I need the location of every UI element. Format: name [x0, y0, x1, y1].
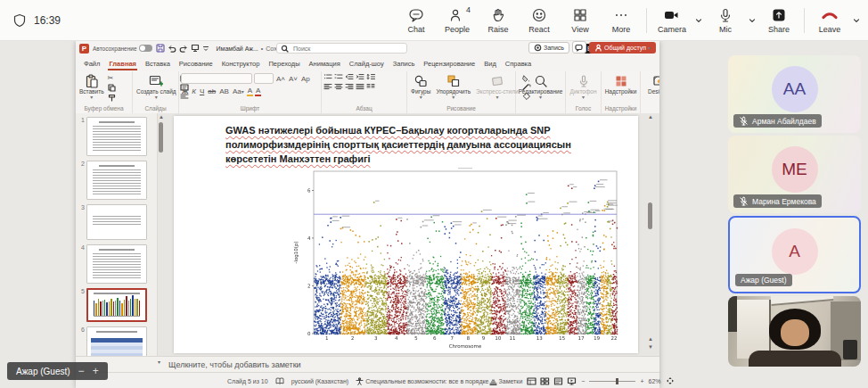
- slide-canvas[interactable]: GWAS нәтижелері бойынша КҮРЕС–Бақылау ко…: [174, 116, 638, 353]
- tab-4[interactable]: Конструктор: [217, 58, 265, 70]
- save-icon[interactable]: [156, 44, 165, 53]
- zoom-slider-thumb[interactable]: [616, 378, 618, 384]
- increase-indent-button[interactable]: [356, 73, 364, 80]
- tab-7[interactable]: Слайд-шоу: [345, 58, 389, 70]
- spellcheck-icon[interactable]: [275, 377, 284, 384]
- meet-people-button[interactable]: 4People: [437, 2, 478, 39]
- shrink-font-button[interactable]: А˅: [288, 75, 299, 83]
- tab-2[interactable]: Вставка: [141, 58, 175, 70]
- meet-view-button[interactable]: View: [560, 2, 601, 39]
- numbered-list-button[interactable]: [334, 73, 343, 80]
- search-input[interactable]: [291, 45, 403, 53]
- expand-thumbnails-button[interactable]: +: [93, 366, 99, 376]
- comments-button[interactable]: [572, 41, 586, 54]
- meet-share-button[interactable]: Share: [758, 2, 799, 39]
- slide-thumbnail-2[interactable]: 2: [78, 161, 157, 200]
- meet-leave-button[interactable]: Leave: [809, 2, 850, 39]
- meet-raise-button[interactable]: Raise: [478, 2, 519, 39]
- share-access-button[interactable]: Общий доступ▾: [589, 42, 656, 54]
- tab-10[interactable]: Вид: [479, 58, 501, 70]
- paste-button[interactable]: Вставить▾: [78, 73, 106, 102]
- editing-button[interactable]: Редактирование▾: [517, 73, 565, 102]
- tab-3[interactable]: Рисование: [175, 58, 217, 70]
- record-button[interactable]: Запись: [528, 42, 569, 54]
- redo-icon[interactable]: [179, 44, 188, 53]
- slideshow-view-button[interactable]: [567, 377, 577, 385]
- slide-thumbnail-1[interactable]: 1: [78, 117, 157, 156]
- fit-to-window-button[interactable]: [666, 376, 675, 385]
- toggle-off-icon[interactable]: [139, 45, 152, 52]
- italic-button[interactable]: К: [191, 87, 197, 95]
- meet-react-button[interactable]: React: [519, 2, 560, 39]
- chevron-down-icon[interactable]: [850, 16, 863, 25]
- security-shield-icon[interactable]: [12, 13, 27, 28]
- zoom-out-button[interactable]: −: [581, 378, 585, 384]
- quick-styles-button[interactable]: Экспресс-стили▾: [474, 73, 520, 102]
- font-size-select[interactable]: [254, 73, 274, 84]
- justify-button[interactable]: [356, 83, 364, 90]
- chevron-down-icon[interactable]: [692, 16, 705, 25]
- slide-thumbnail-3[interactable]: 3: [78, 204, 157, 240]
- align-left-button[interactable]: [323, 83, 332, 90]
- meet-mic-button[interactable]: Mic: [705, 2, 746, 39]
- font-color-button[interactable]: А: [255, 87, 261, 96]
- bold-button[interactable]: Ж: [181, 87, 189, 95]
- slide-thumbnail-6[interactable]: 6: [78, 326, 157, 356]
- slide-thumbnail-5[interactable]: 5: [78, 288, 157, 322]
- line-spacing-button[interactable]: [366, 73, 375, 80]
- notes-splitter-icon[interactable]: ▾: [158, 359, 160, 365]
- tab-file[interactable]: Файл: [79, 58, 104, 70]
- dictate-button[interactable]: Диктофон▾: [568, 73, 598, 102]
- grow-font-button[interactable]: А˄: [275, 75, 286, 83]
- chevron-down-icon[interactable]: [746, 16, 758, 25]
- columns-button[interactable]: [366, 83, 375, 90]
- zoom-level-button[interactable]: 62%: [648, 378, 660, 384]
- autosave-toggle[interactable]: Автосохранение: [93, 45, 152, 52]
- participant-tile-2[interactable]: MEМарина Ермекова: [728, 136, 861, 213]
- clear-format-button[interactable]: Ар: [300, 75, 311, 83]
- scroll-up-icon[interactable]: ▲: [647, 114, 654, 120]
- participant-tile-3[interactable]: AАжар (Guest): [728, 216, 861, 293]
- addins-button[interactable]: Надстройки: [603, 73, 639, 95]
- slide-sorter-view-button[interactable]: [540, 377, 550, 385]
- strikethrough-button[interactable]: ab: [207, 87, 217, 95]
- highlight-color-button[interactable]: А: [247, 87, 253, 96]
- copy-button[interactable]: [108, 84, 116, 92]
- search-box[interactable]: [276, 43, 407, 54]
- next-slide-icon[interactable]: ▼: [647, 344, 654, 350]
- zoom-slider[interactable]: [589, 381, 635, 382]
- designer-button[interactable]: Designer: [646, 73, 659, 95]
- change-case-button[interactable]: Aa▾: [232, 87, 245, 95]
- tab-11[interactable]: Справка: [501, 58, 536, 70]
- start-slideshow-icon[interactable]: [191, 44, 200, 53]
- new-slide-button[interactable]: Создать слайд▾: [135, 73, 178, 102]
- arrange-button[interactable]: Упорядочить▾: [434, 73, 472, 102]
- customize-qat-icon[interactable]: [202, 45, 209, 52]
- normal-view-button[interactable]: [527, 377, 536, 385]
- tab-5[interactable]: Переходы: [264, 58, 304, 70]
- char-spacing-button[interactable]: АВ: [218, 87, 230, 95]
- slide-thumbnail-4[interactable]: 4: [78, 244, 157, 284]
- meet-more-button[interactable]: More: [601, 2, 642, 39]
- meet-chat-button[interactable]: Chat: [396, 2, 437, 39]
- language-button[interactable]: русский (Казахстан): [291, 378, 349, 384]
- zoom-in-button[interactable]: +: [640, 378, 643, 384]
- tab-9[interactable]: Рецензирование: [419, 58, 479, 70]
- slide-title[interactable]: GWAS нәтижелері бойынша КҮРЕС–Бақылау ко…: [174, 116, 638, 167]
- previous-slide-icon[interactable]: ▲: [647, 336, 654, 342]
- webcam-video[interactable]: [728, 296, 861, 367]
- tab-6[interactable]: Анимация: [305, 58, 345, 70]
- align-right-button[interactable]: [345, 83, 354, 90]
- notes-placeholder[interactable]: Щелкните, чтобы добавить заметки: [168, 360, 301, 369]
- bullet-list-button[interactable]: [323, 73, 332, 80]
- align-center-button[interactable]: [334, 83, 343, 90]
- slide-scrollbar[interactable]: ▲ ▲ ▼: [647, 113, 654, 356]
- decrease-indent-button[interactable]: [345, 73, 354, 80]
- reading-view-button[interactable]: [553, 377, 563, 385]
- cut-button[interactable]: ✂: [108, 75, 116, 82]
- format-painter-button[interactable]: [108, 94, 116, 102]
- participant-tile-1[interactable]: AAАрман Абайлдаев: [728, 55, 861, 133]
- shapes-button[interactable]: Фигуры▾: [409, 73, 432, 102]
- undo-icon[interactable]: [168, 44, 176, 53]
- underline-button[interactable]: Ч: [199, 87, 205, 95]
